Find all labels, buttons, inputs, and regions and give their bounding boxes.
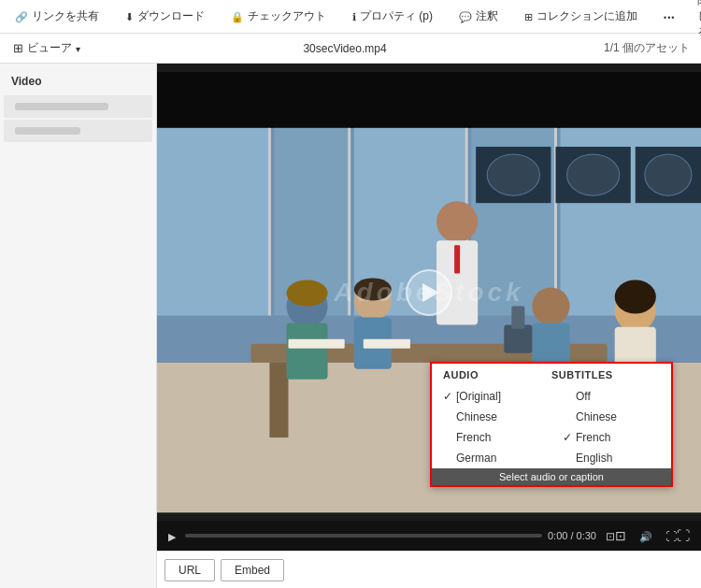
audio-option-chinese[interactable]: Chinese [432, 407, 551, 427]
svg-rect-1 [157, 72, 701, 128]
svg-rect-33 [511, 307, 524, 329]
svg-point-37 [354, 278, 392, 300]
collection-icon [524, 10, 533, 23]
info-icon [352, 10, 356, 23]
properties-button[interactable]: プロパティ (p) [345, 5, 440, 28]
play-triangle-icon [422, 283, 439, 302]
svg-point-15 [487, 154, 539, 195]
cc-icon: ⊡ [606, 528, 626, 543]
check-icon: ✓ [443, 390, 452, 403]
viewer-label[interactable]: ビューア [7, 36, 86, 60]
svg-rect-20 [269, 363, 288, 437]
sidebar: Video [0, 64, 157, 588]
captions-button[interactable]: ⊡ [602, 526, 630, 545]
video-container: AdobeStock AUDIO SUBTITLES ✓ [Original] [157, 64, 701, 521]
volume-button[interactable] [636, 526, 656, 545]
svg-point-26 [436, 201, 478, 242]
subtitle-option-off[interactable]: Off [551, 386, 671, 407]
svg-point-17 [645, 154, 692, 195]
svg-point-36 [286, 280, 327, 306]
svg-rect-35 [364, 339, 410, 349]
audio-column-title: AUDIO [443, 369, 551, 380]
download-icon [125, 10, 134, 23]
comments-button[interactable]: 注釈 [451, 5, 506, 28]
subtitle-option-chinese[interactable]: Chinese [551, 407, 671, 427]
top-toolbar: リンクを共有 ダウンロード チェックアウト プロパティ (p) 注釈 コレクショ… [0, 0, 701, 34]
sidebar-item-2[interactable] [4, 120, 152, 142]
play-button-overlay[interactable] [406, 269, 452, 316]
grid-icon [13, 41, 23, 55]
play-pause-button[interactable] [165, 526, 179, 545]
fullscreen-icon: ⛶ [665, 528, 690, 543]
popup-rows: ✓ [Original] Off Chinese [432, 386, 671, 468]
collections-button[interactable]: コレクションに追加 [517, 5, 645, 28]
svg-point-16 [567, 154, 620, 195]
checkout-button[interactable]: チェックアウト [223, 5, 334, 28]
subtitle-option-english[interactable]: English [551, 448, 671, 468]
time-display: 0:00 / 0:30 [548, 530, 596, 541]
svg-point-38 [615, 280, 656, 313]
embed-button[interactable]: Embed [221, 559, 284, 581]
audio-option-french[interactable]: French [432, 427, 551, 448]
svg-rect-34 [288, 339, 344, 349]
svg-rect-39 [454, 245, 460, 273]
file-title: 30secVideo.mp4 [86, 42, 604, 55]
download-button[interactable]: ダウンロード [118, 5, 212, 28]
more-icon [664, 10, 675, 23]
second-toolbar: ビューア 30secVideo.mp4 1/1 個のアセット [0, 34, 701, 64]
progress-bar[interactable] [185, 534, 542, 538]
svg-point-28 [532, 287, 569, 324]
audio-option-original[interactable]: ✓ [Original] [432, 386, 551, 407]
subtitle-option-french[interactable]: ✓ French [551, 427, 671, 448]
subtitles-column-title: SUBTITLES [551, 369, 660, 380]
url-button[interactable]: URL [165, 559, 215, 581]
audio-option-german[interactable]: German [432, 448, 551, 468]
svg-rect-32 [504, 325, 532, 353]
svg-rect-3 [157, 128, 269, 316]
fullscreen-button[interactable]: ⛶ [662, 526, 694, 545]
link-share-button[interactable]: リンクを共有 [7, 5, 107, 28]
asset-count: 1/1 個のアセット [604, 40, 690, 56]
main-content: Video [0, 64, 701, 588]
close-button[interactable]: 閉じる [690, 0, 701, 44]
volume-icon [639, 528, 652, 543]
sidebar-section-title: Video [0, 71, 156, 92]
video-area: AdobeStock AUDIO SUBTITLES ✓ [Original] [157, 64, 701, 588]
svg-rect-23 [286, 323, 327, 380]
popup-header: AUDIO SUBTITLES [432, 364, 671, 386]
check-icon: ✓ [563, 431, 572, 444]
link-icon [15, 10, 28, 23]
popup-tooltip: Select audio or caption [432, 468, 671, 485]
audio-caption-popup: AUDIO SUBTITLES ✓ [Original] Off [430, 362, 673, 487]
comment-icon [459, 10, 472, 23]
checkout-icon [231, 10, 244, 23]
video-controls: 0:00 / 0:30 ⊡ ⛶ [157, 521, 701, 551]
more-button[interactable] [656, 7, 682, 27]
play-icon [168, 528, 176, 543]
sidebar-item-1[interactable] [4, 95, 152, 118]
bottom-controls: URL Embed [157, 551, 701, 588]
chevron-down-icon [76, 42, 80, 55]
